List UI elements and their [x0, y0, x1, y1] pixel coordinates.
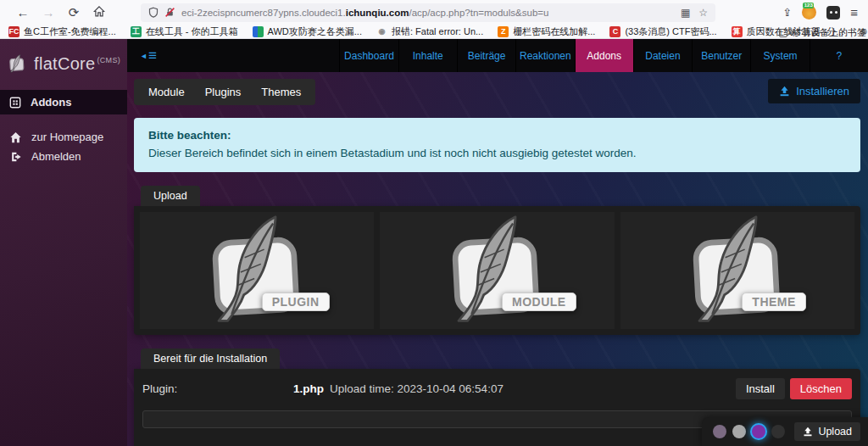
home-icon	[93, 6, 105, 17]
bookmark-label: 报错: Fatal error: Un...	[392, 25, 483, 38]
browser-toolbar: ← → ⟳ eci-2zecispncumerc87ypns.cloudeci1…	[0, 0, 868, 25]
nav-item[interactable]: Beiträge	[457, 39, 515, 72]
brand-name: flatCore(CMS)	[34, 54, 120, 74]
bookmark-label: (33条消息) CTF密码...	[625, 25, 716, 38]
sidebar-item-label: Addons	[31, 96, 71, 109]
bot-extension-icon[interactable]	[826, 6, 840, 20]
installieren-button[interactable]: Installieren	[768, 79, 860, 103]
extension-avatar-icon[interactable]: 123	[802, 5, 816, 20]
brand-logo[interactable]: flatCore(CMS)	[0, 39, 127, 90]
header-row: ModulePluginsThemes Installieren	[134, 79, 860, 105]
logout-icon	[9, 151, 22, 163]
addon-type-tab[interactable]: Plugins	[196, 82, 251, 102]
sidebar-collapse-button[interactable]: ◄≡	[127, 39, 170, 72]
pending-addon-row: Plugin: 1.php Upload time: 2023-10-04 06…	[142, 378, 852, 399]
nav-item[interactable]: Addons	[575, 39, 633, 72]
delete-button[interactable]: Löschen	[790, 378, 852, 399]
flatcore-acp: flatCore(CMS) Addons zur Homepage Abmeld…	[0, 39, 868, 446]
sidebar-item-homepage[interactable]: zur Homepage	[9, 131, 118, 143]
bookmark-item[interactable]: C (33条消息) CTF密码...	[609, 25, 716, 38]
addon-type-cell[interactable]: THEME	[620, 212, 854, 329]
bookmark-favicon: 工	[131, 26, 142, 37]
feather-logo-icon	[7, 48, 27, 79]
addons-grid-icon	[9, 97, 21, 109]
insecure-lock-icon[interactable]	[164, 7, 175, 18]
addon-type-badge: PLUGIN	[262, 293, 330, 311]
nav-item[interactable]: ?	[810, 39, 868, 72]
bookmark-label: 在线工具 - 你的工具箱	[146, 25, 238, 38]
sidebar-item-addons[interactable]: Addons	[0, 90, 127, 114]
menu-icon[interactable]: ≡	[850, 5, 858, 20]
sidebar: flatCore(CMS) Addons zur Homepage Abmeld…	[0, 39, 127, 446]
url-text[interactable]: eci-2zecispncumerc87ypns.cloudeci1.ichun…	[181, 8, 675, 18]
upload-panel: PLUGIN MODULE	[134, 206, 860, 335]
notice-title: Bitte beachten:	[148, 127, 846, 145]
bookmark-star-icon[interactable]: ☆	[698, 7, 708, 19]
addon-type-badge: MODULE	[502, 293, 576, 311]
addon-type-tab[interactable]: Themes	[252, 82, 310, 102]
sidebar-item-logout[interactable]: Abmelden	[9, 150, 118, 163]
theme-upload-widget: Upload	[702, 417, 868, 446]
nav-item[interactable]: Dateien	[633, 39, 692, 72]
bookmark-item[interactable]: Z 栅栏密码在线加解...	[498, 25, 595, 38]
mobile-bookmarks-folder[interactable]: 移动设备上的书签	[779, 26, 866, 39]
addon-type-cell[interactable]: MODULE	[380, 212, 614, 329]
bookmark-item[interactable]: ◉ 报错: Fatal error: Un...	[376, 25, 483, 38]
address-bar[interactable]: eci-2zecispncumerc87ypns.cloudeci1.ichun…	[141, 3, 715, 22]
back-button[interactable]: ←	[10, 0, 36, 25]
bookmark-favicon: Z	[498, 26, 509, 37]
browser-chrome: ← → ⟳ eci-2zecispncumerc87ypns.cloudeci1…	[0, 0, 868, 39]
bookmark-favicon	[253, 26, 264, 37]
toolbar-right-cluster: ⇪ 123 ≡	[782, 5, 858, 20]
addon-upload-time: Upload time: 2023-10-04 06:54:07	[330, 382, 504, 395]
shield-icon[interactable]	[148, 7, 159, 18]
beta-notice: Bitte beachten: Dieser Bereich befindet …	[134, 118, 860, 172]
home-icon	[9, 131, 22, 143]
top-nav: ◄≡ DashboardInhalteBeiträgeReaktionenAdd…	[127, 39, 868, 72]
widget-upload-label: Upload	[818, 426, 852, 438]
color-scheme-dot[interactable]	[752, 425, 765, 438]
folder-icon	[779, 29, 787, 37]
ready-section-tab[interactable]: Bereit für die Installation	[141, 348, 280, 369]
hamburger-icon: ≡	[148, 47, 157, 64]
nav-item[interactable]: Dashboard	[339, 39, 398, 72]
color-scheme-dot[interactable]	[713, 425, 726, 438]
bookmark-favicon: ◉	[376, 26, 387, 37]
notice-body: Dieser Bereich befindet sich in einem Be…	[148, 147, 637, 159]
bookmark-label: AWD攻防赛之各类漏...	[268, 25, 362, 38]
nav-item[interactable]: Inhalte	[398, 39, 457, 72]
nav-item[interactable]: Benutzer	[692, 39, 750, 72]
addon-type-badge: THEME	[742, 293, 806, 311]
addon-type-tab[interactable]: Module	[139, 82, 194, 102]
sidebar-item-label: Abmelden	[31, 150, 81, 163]
bookmark-item[interactable]: 工 在线工具 - 你的工具箱	[131, 25, 238, 38]
bookmark-item[interactable]: FC 鱼C工作室-免费编程...	[8, 25, 116, 38]
color-scheme-dots	[713, 425, 785, 438]
bookmark-label: 栅栏密码在线加解...	[513, 25, 595, 38]
bookmark-favicon: 算	[732, 26, 743, 37]
qr-icon[interactable]: ▦	[681, 7, 690, 19]
upload-section-tab[interactable]: Upload	[141, 186, 200, 206]
widget-upload-button[interactable]: Upload	[794, 422, 860, 441]
home-button[interactable]	[86, 0, 112, 25]
install-button[interactable]: Install	[736, 378, 785, 399]
bookmark-favicon: C	[609, 26, 620, 37]
addon-type-cell[interactable]: PLUGIN	[140, 212, 374, 329]
share-icon[interactable]: ⇪	[782, 6, 792, 19]
mobile-bookmarks-label: 移动设备上的书签	[792, 26, 866, 39]
addon-file-name: 1.php	[293, 382, 324, 395]
sidebar-item-label: zur Homepage	[31, 131, 103, 143]
reload-button[interactable]: ⟳	[61, 0, 86, 25]
chevron-left-icon: ◄	[140, 52, 147, 60]
addon-kind-label: Plugin:	[142, 382, 293, 395]
forward-button[interactable]: →	[36, 0, 61, 25]
color-scheme-dot[interactable]	[732, 425, 746, 438]
installieren-label: Installieren	[796, 85, 849, 98]
bookmark-item[interactable]: AWD攻防赛之各类漏...	[253, 25, 362, 38]
nav-item[interactable]: Reaktionen	[515, 39, 574, 72]
upload-icon	[779, 86, 790, 97]
nav-item[interactable]: System	[750, 39, 809, 72]
upload-icon	[803, 426, 813, 437]
bookmarks-bar: FC 鱼C工作室-免费编程... 工 在线工具 - 你的工具箱 AWD攻防赛之各…	[0, 25, 868, 38]
color-scheme-dot[interactable]	[771, 425, 785, 438]
